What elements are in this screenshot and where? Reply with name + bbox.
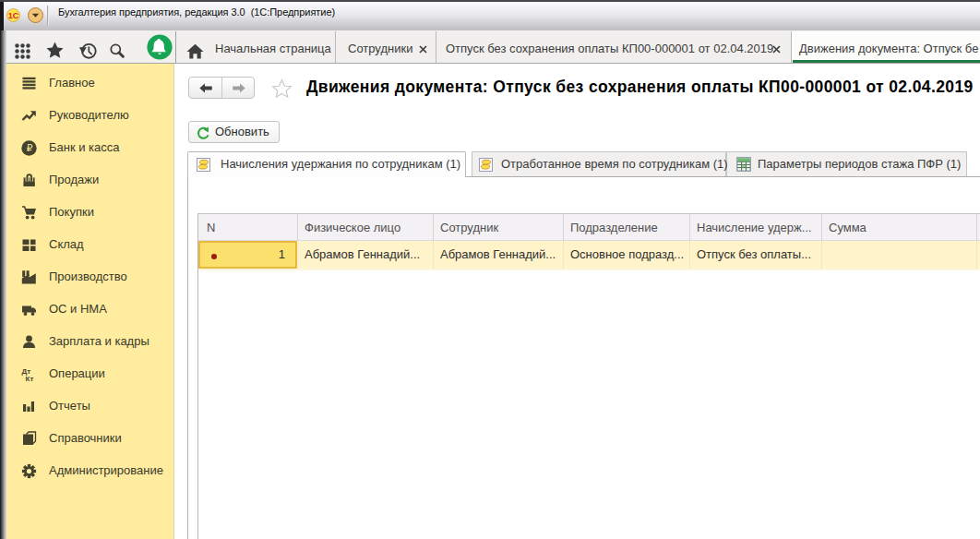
svg-text:₽: ₽ [27,142,33,153]
svg-text:Кт: Кт [26,375,34,382]
svg-text:1С: 1С [8,11,19,20]
